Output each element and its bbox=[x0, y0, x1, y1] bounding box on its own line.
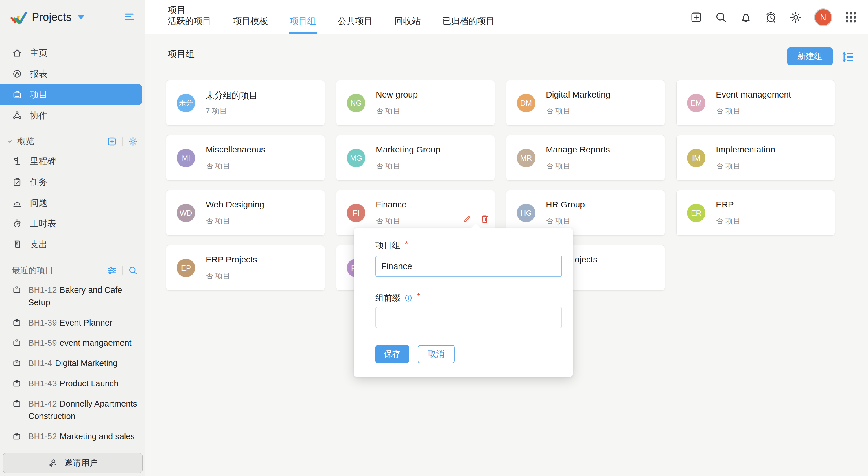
sidebar-item-projects[interactable]: 项目 bbox=[0, 84, 142, 105]
project-name: Digital Marketing bbox=[55, 359, 118, 368]
projects-icon bbox=[12, 90, 22, 99]
info-icon[interactable] bbox=[404, 294, 413, 302]
sidebar-item-timesheet[interactable]: 工时表 bbox=[0, 213, 145, 234]
recent-project-row[interactable]: BH1-12Bakery and Cafe Setup bbox=[12, 284, 140, 309]
group-avatar: EM bbox=[687, 94, 706, 112]
group-avatar: 未分 bbox=[177, 94, 195, 112]
bell-icon[interactable] bbox=[740, 11, 752, 24]
add-overview-icon[interactable] bbox=[107, 136, 117, 147]
overview-settings-gear-icon[interactable] bbox=[128, 136, 138, 147]
group-card-marketing-group[interactable]: MG Marketing Group 否 项目 bbox=[336, 135, 495, 181]
tab-active-projects[interactable]: 活跃的项目 bbox=[168, 15, 211, 34]
tab-project-groups[interactable]: 项目组 bbox=[290, 15, 316, 34]
add-icon[interactable] bbox=[690, 11, 703, 24]
timer-icon[interactable] bbox=[765, 11, 777, 24]
sidebar-item-home[interactable]: 主页 bbox=[0, 42, 145, 63]
sidebar-item-expenses[interactable]: 支出 bbox=[0, 234, 145, 255]
divider bbox=[122, 137, 123, 146]
tab-archived-projects[interactable]: 已归档的项目 bbox=[442, 15, 495, 34]
group-card-erp[interactable]: ER ERP 否 项目 bbox=[676, 190, 835, 236]
group-project-count: 否 项目 bbox=[546, 161, 570, 171]
group-card-erp-projects[interactable]: EP ERP Projects 否 项目 bbox=[166, 245, 325, 291]
apps-grid-icon[interactable] bbox=[844, 11, 858, 24]
group-avatar: EP bbox=[177, 259, 195, 277]
group-project-count: 否 项目 bbox=[546, 106, 570, 116]
sidebar-item-milestones[interactable]: 里程碑 bbox=[0, 151, 145, 172]
group-project-count: 否 项目 bbox=[206, 161, 230, 171]
collapse-sidebar-icon[interactable] bbox=[123, 11, 136, 24]
delete-group-icon[interactable] bbox=[479, 213, 490, 224]
sidebar-item-label: 里程碑 bbox=[30, 155, 56, 167]
project-code: BH1-52 bbox=[28, 432, 57, 441]
recent-project-row[interactable]: BH1-59event mangaement bbox=[12, 337, 140, 349]
project-briefcase-icon bbox=[12, 379, 22, 390]
gear-icon[interactable] bbox=[789, 11, 802, 24]
issues-icon bbox=[12, 198, 22, 208]
portal-switch-caret-icon[interactable] bbox=[77, 15, 85, 20]
tab-project-templates[interactable]: 项目模板 bbox=[233, 15, 268, 34]
recent-project-row[interactable]: BH1-42Donnelly Apartments Construction bbox=[12, 397, 140, 422]
group-title: ERP bbox=[716, 200, 734, 209]
group-avatar: HG bbox=[517, 204, 535, 222]
project-name: event mangaement bbox=[60, 338, 131, 348]
group-title: Marketing Group bbox=[376, 145, 440, 154]
group-card-new-group[interactable]: NG New group 否 项目 bbox=[336, 80, 495, 126]
home-icon bbox=[12, 48, 22, 58]
card-actions bbox=[462, 213, 490, 224]
popup-buttons: 保存 取消 bbox=[375, 345, 455, 363]
edit-group-icon[interactable] bbox=[462, 213, 473, 224]
chevron-down-icon bbox=[6, 138, 14, 146]
group-name-input[interactable] bbox=[375, 256, 562, 277]
group-card-web-designing[interactable]: WD Web Designing 否 项目 bbox=[166, 190, 325, 236]
top-header: 项目 活跃的项目 项目模板 项目组 公共项目 回收站 已归档的项目 N bbox=[146, 0, 868, 34]
group-card-unassigned[interactable]: 未分 未分组的项目 7 项目 bbox=[166, 80, 325, 126]
group-card-digital-marketing[interactable]: DM Digital Marketing 否 项目 bbox=[506, 80, 665, 126]
recent-project-row[interactable]: BH1-4Digital Marketing bbox=[12, 357, 140, 369]
expense-icon bbox=[12, 240, 22, 249]
group-title: 未分组的项目 bbox=[206, 90, 258, 101]
group-title: HR Group bbox=[546, 200, 585, 209]
group-project-count: 否 项目 bbox=[206, 216, 230, 226]
group-prefix-input[interactable] bbox=[375, 307, 562, 328]
sidebar-item-tasks[interactable]: 任务 bbox=[0, 172, 145, 192]
group-card-event-management[interactable]: EM Event management 否 项目 bbox=[676, 80, 835, 126]
new-group-button[interactable]: 新建组 bbox=[787, 48, 833, 65]
group-project-count: 否 项目 bbox=[376, 216, 400, 226]
invite-user-button[interactable]: 邀请用户 bbox=[3, 453, 143, 473]
group-avatar: IM bbox=[687, 149, 706, 167]
sidebar-item-collaboration[interactable]: 协作 bbox=[0, 105, 145, 126]
reorder-list-icon[interactable] bbox=[840, 50, 855, 65]
recent-search-icon[interactable] bbox=[128, 265, 138, 276]
tab-bar: 活跃的项目 项目模板 项目组 公共项目 回收站 已归档的项目 bbox=[168, 15, 495, 34]
project-briefcase-icon bbox=[12, 432, 22, 443]
overview-section-header[interactable]: 概览 bbox=[0, 132, 145, 151]
group-title: Miscellenaeous bbox=[206, 145, 266, 154]
recent-project-row[interactable]: BH1-43Product Launch bbox=[12, 377, 140, 390]
sidebar-item-reports[interactable]: 报表 bbox=[0, 63, 145, 84]
group-card-implementation[interactable]: IM Implementation 否 项目 bbox=[676, 135, 835, 181]
save-button[interactable]: 保存 bbox=[375, 345, 409, 363]
recent-projects-list: BH1-12Bakery and Cafe Setup BH1-39Event … bbox=[0, 280, 145, 443]
reports-icon bbox=[12, 69, 22, 79]
user-avatar[interactable]: N bbox=[814, 8, 832, 26]
sidebar-item-label: 支出 bbox=[30, 239, 48, 250]
project-code: BH1-39 bbox=[28, 318, 57, 327]
group-project-count: 否 项目 bbox=[716, 106, 740, 116]
search-icon[interactable] bbox=[715, 11, 727, 24]
group-card-miscellenaeous[interactable]: MI Miscellenaeous 否 项目 bbox=[166, 135, 325, 181]
invite-user-icon bbox=[48, 457, 59, 469]
recent-project-row[interactable]: BH1-52Marketing and sales bbox=[12, 430, 140, 443]
group-project-count: 否 项目 bbox=[376, 106, 400, 116]
sidebar-item-issues[interactable]: 问题 bbox=[0, 192, 145, 213]
cancel-button[interactable]: 取消 bbox=[418, 345, 455, 363]
recent-project-row[interactable]: BH1-39Event Planner bbox=[12, 317, 140, 329]
group-card-manage-reports[interactable]: MR Manage Reports 否 项目 bbox=[506, 135, 665, 181]
filter-sliders-icon[interactable] bbox=[107, 265, 117, 276]
tab-trash[interactable]: 回收站 bbox=[395, 15, 421, 34]
group-title: Implementation bbox=[716, 145, 775, 154]
group-project-count: 否 项目 bbox=[716, 216, 740, 226]
group-title: Digital Marketing bbox=[546, 90, 610, 99]
group-title: Web Designing bbox=[206, 200, 265, 209]
recent-projects-header: 最近的项目 bbox=[0, 261, 145, 280]
tab-public-projects[interactable]: 公共项目 bbox=[338, 15, 373, 34]
